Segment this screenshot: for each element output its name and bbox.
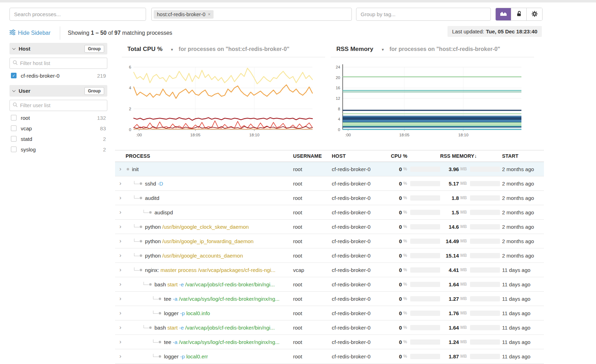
tag-filter-input[interactable]: host:cf-redis-broker-0 × — [151, 8, 352, 21]
row-expand-chevron[interactable]: › — [115, 180, 126, 187]
host-filter-tag-label: host:cf-redis-broker-0 — [157, 12, 205, 17]
svg-text:4: 4 — [129, 86, 132, 90]
memory-cell: 1.76MB — [440, 310, 500, 316]
row-expand-chevron[interactable]: › — [115, 195, 126, 201]
process-name: tee -a /var/vcap/sys/log/cf-redis-broker… — [126, 339, 293, 345]
remove-tag-icon[interactable]: × — [208, 12, 211, 17]
row-expand-chevron[interactable]: › — [115, 209, 126, 216]
host-group-button[interactable]: Group — [84, 45, 104, 53]
chevron-down-icon — [12, 89, 16, 92]
table-row[interactable]: ›tee -a /var/vcap/sys/log/cf-redis-broke… — [115, 335, 544, 349]
svg-text:0: 0 — [129, 128, 131, 132]
column-header-rss-memory[interactable]: RSS MEMORY↓ — [440, 153, 500, 159]
user-filter-box[interactable] — [9, 100, 107, 111]
table-row[interactable]: ›bash start -e /var/vcap/jobs/cf-redis-b… — [115, 320, 544, 335]
memory-cell: 1.64MB — [440, 325, 500, 331]
cpu-bar — [410, 253, 440, 258]
memory-chart-metric-select[interactable]: RSS Memory — [336, 46, 373, 53]
process-name: bash start -e /var/vcap/jobs/cf-redis-br… — [126, 325, 293, 331]
host-section-header[interactable]: Host Group — [9, 43, 107, 54]
process-dot-icon — [140, 226, 142, 228]
table-row[interactable]: ›tee -a /var/vcap/sys/log/cf-redis-broke… — [115, 292, 544, 306]
table-row[interactable]: ›nginx: master process /var/vcap/package… — [115, 263, 544, 277]
user-list: root132vcap83statd2syslog2 — [9, 112, 107, 155]
cpu-bar — [410, 195, 440, 201]
row-expand-chevron[interactable]: › — [115, 238, 126, 245]
cpu-chart-metric-select[interactable]: Total CPU % — [127, 46, 163, 53]
table-row[interactable]: ›audispdrootcf-redis-broker-00%1.5MB2 mo… — [115, 205, 544, 220]
user-filter-input[interactable] — [20, 103, 104, 108]
caret-down-icon[interactable]: ▾ — [171, 47, 173, 52]
table-row[interactable]: ›python /usr/bin/google_accounts_daemonr… — [115, 248, 544, 263]
last-updated-value: Tue, 05 Dec 18:23:40 — [486, 28, 537, 34]
username-cell: root — [293, 353, 332, 359]
cpu-bar — [410, 296, 440, 301]
row-expand-chevron[interactable]: › — [115, 252, 126, 259]
cpu-bar — [410, 325, 440, 330]
table-row[interactable]: ›bash start -e /var/vcap/jobs/cf-redis-b… — [115, 277, 544, 292]
column-header-start[interactable]: START — [500, 153, 544, 159]
table-row[interactable]: ›python /usr/bin/google_ip_forwarding_da… — [115, 234, 544, 248]
row-expand-chevron[interactable]: › — [115, 166, 126, 173]
user-checkbox[interactable] — [11, 115, 17, 121]
table-row[interactable]: ›logger -p local0.errrootcf-redis-broker… — [115, 349, 544, 364]
table-row[interactable]: ›logger -p local0.inforootcf-redis-broke… — [115, 306, 544, 320]
row-expand-chevron[interactable]: › — [115, 223, 126, 230]
column-header-username[interactable]: USERNAME — [293, 153, 332, 159]
user-checkbox[interactable] — [11, 136, 17, 142]
settings-button[interactable] — [527, 8, 542, 20]
user-item[interactable]: root132 — [9, 112, 107, 123]
row-expand-chevron[interactable]: › — [115, 324, 126, 331]
cpu-cell: 0% — [388, 253, 440, 259]
start-cell: 2 months ago — [500, 224, 544, 230]
user-item[interactable]: vcap83 — [9, 123, 107, 134]
cpu-bar — [410, 167, 440, 172]
username-cell: vcap — [293, 267, 332, 273]
username-cell: root — [293, 310, 332, 316]
row-expand-chevron[interactable]: › — [115, 267, 126, 273]
cpu-bar — [410, 239, 440, 244]
row-expand-chevron[interactable]: › — [115, 353, 126, 360]
host-filter-box[interactable] — [9, 58, 107, 69]
user-section-header[interactable]: User Group — [9, 85, 107, 97]
user-checkbox[interactable] — [11, 125, 17, 131]
start-cell: 11 days ago — [500, 281, 544, 287]
column-header-cpu[interactable]: CPU % — [388, 153, 440, 159]
memory-bar — [470, 210, 500, 215]
cpu-bar — [410, 210, 440, 215]
user-item[interactable]: syslog2 — [9, 144, 107, 155]
sort-desc-icon: ↓ — [474, 153, 477, 159]
user-item[interactable]: statd2 — [9, 134, 107, 144]
host-filter-tag[interactable]: host:cf-redis-broker-0 × — [154, 10, 214, 19]
row-expand-chevron[interactable]: › — [115, 281, 126, 288]
svg-text:18:10: 18:10 — [249, 133, 260, 137]
chart-view-toggle-button[interactable] — [496, 8, 511, 20]
svg-text:6: 6 — [129, 65, 131, 69]
host-cell: cf-redis-broker-0 — [332, 166, 388, 172]
table-row[interactable]: ›python /usr/bin/google_clock_skew_daemo… — [115, 220, 544, 234]
table-row[interactable]: ›auditdrootcf-redis-broker-00%1.8MB2 mon… — [115, 191, 544, 205]
tree-connector — [144, 210, 149, 213]
row-expand-chevron[interactable]: › — [115, 339, 126, 345]
caret-down-icon[interactable]: ▾ — [382, 47, 384, 52]
hide-sidebar-button[interactable]: Hide Sidebar — [9, 30, 51, 37]
host-cell: cf-redis-broker-0 — [332, 209, 388, 215]
row-expand-chevron[interactable]: › — [115, 295, 126, 302]
column-header-host[interactable]: HOST — [332, 153, 388, 159]
user-group-button[interactable]: Group — [84, 87, 104, 95]
groupby-input[interactable] — [356, 8, 491, 21]
svg-text:18:10: 18:10 — [458, 133, 469, 137]
search-input[interactable] — [9, 8, 146, 21]
table-row[interactable]: ›initrootcf-redis-broker-00%3.96MB2 mont… — [115, 162, 544, 176]
lock-view-button[interactable] — [511, 8, 527, 20]
host-filter-input[interactable] — [20, 60, 104, 66]
row-expand-chevron[interactable]: › — [115, 310, 126, 317]
host-checkbox[interactable]: ✓ — [11, 73, 17, 78]
user-checkbox[interactable] — [11, 147, 17, 152]
process-table: PROCESS USERNAME HOST CPU % RSS MEMORY↓ … — [115, 150, 544, 364]
host-item[interactable]: ✓cf-redis-broker-0219 — [9, 70, 107, 81]
table-row[interactable]: ›sshd -Drootcf-redis-broker-00%5.17MB2 m… — [115, 176, 544, 191]
column-header-process[interactable]: PROCESS — [126, 153, 293, 159]
svg-text:18:05: 18:05 — [399, 133, 410, 137]
host-count: 219 — [97, 73, 106, 79]
